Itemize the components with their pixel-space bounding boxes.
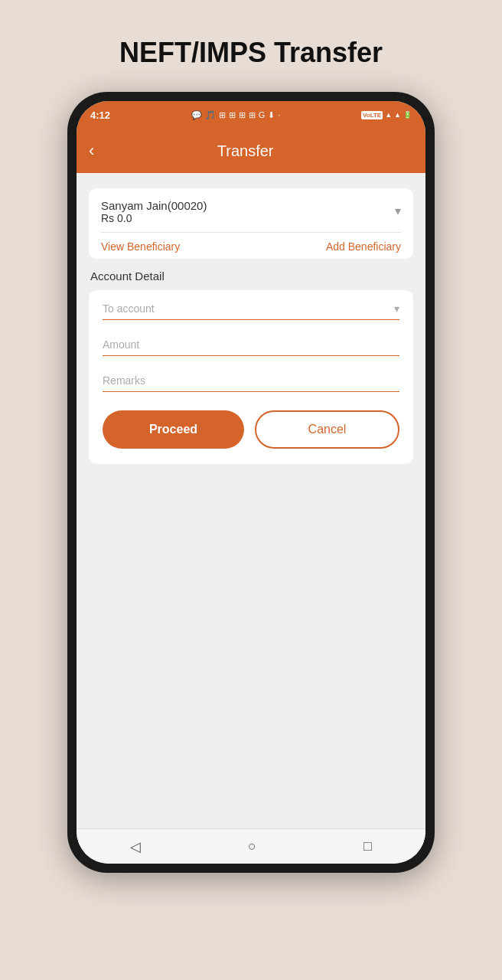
to-account-dropdown-arrow: ▾ — [394, 302, 399, 315]
status-icons: VoLTE ▲ ▲ 🔋 — [361, 111, 412, 119]
nav-recent-icon[interactable]: □ — [363, 838, 372, 854]
remarks-group — [103, 368, 399, 392]
app-bar-title: Transfer — [103, 142, 387, 160]
nav-bar: ◁ ○ □ — [77, 828, 425, 864]
nav-back-icon[interactable]: ◁ — [130, 838, 141, 855]
account-card: Sanyam Jain(00020) Rs 0.0 ▾ View Benefic… — [89, 188, 413, 259]
to-account-row: ▾ — [103, 302, 399, 320]
content-area: Sanyam Jain(00020) Rs 0.0 ▾ View Benefic… — [77, 173, 425, 828]
to-account-input[interactable] — [103, 302, 394, 315]
account-balance: Rs 0.0 — [101, 212, 207, 224]
cancel-button[interactable]: Cancel — [255, 410, 399, 449]
view-beneficiary-link[interactable]: View Beneficiary — [101, 240, 180, 253]
notification-icon-4: ⊞ — [249, 110, 256, 120]
notification-icons: 💬 🎵 ⊞ ⊞ ⊞ ⊞ G ⬇ · — [191, 110, 281, 120]
signal-icon: ▲ — [394, 111, 401, 119]
dot-icon: · — [278, 110, 280, 119]
notification-icon-1: ⊞ — [219, 110, 226, 120]
account-dropdown-arrow: ▾ — [395, 204, 401, 218]
phone-screen: 4:12 💬 🎵 ⊞ ⊞ ⊞ ⊞ G ⬇ · VoLTE ▲ ▲ 🔋 ‹ — [77, 101, 425, 864]
whatsapp-icon: 💬 — [191, 110, 202, 120]
button-row: Proceed Cancel — [103, 410, 399, 449]
phone-frame: 4:12 💬 🎵 ⊞ ⊞ ⊞ ⊞ G ⬇ · VoLTE ▲ ▲ 🔋 ‹ — [67, 92, 435, 873]
amount-input[interactable] — [103, 332, 399, 356]
notification-icon-3: ⊞ — [239, 110, 246, 120]
battery-icon: 🔋 — [403, 111, 412, 119]
app-bar: ‹ Transfer — [77, 129, 425, 173]
account-selector[interactable]: Sanyam Jain(00020) Rs 0.0 ▾ — [101, 199, 401, 233]
account-detail-label: Account Detail — [89, 270, 413, 283]
gpay-icon: G — [259, 110, 266, 119]
remarks-input[interactable] — [103, 368, 399, 392]
volte-icon: VoLTE — [361, 111, 383, 119]
download-icon: ⬇ — [268, 110, 275, 120]
account-name: Sanyam Jain(00020) — [101, 199, 207, 212]
music-icon: 🎵 — [205, 110, 216, 120]
back-button[interactable]: ‹ — [89, 141, 94, 161]
wifi-icon: ▲ — [385, 111, 392, 119]
page-title: NEFT/IMPS Transfer — [119, 37, 383, 69]
status-bar: 4:12 💬 🎵 ⊞ ⊞ ⊞ ⊞ G ⬇ · VoLTE ▲ ▲ 🔋 — [77, 101, 425, 129]
account-info: Sanyam Jain(00020) Rs 0.0 — [101, 199, 207, 224]
to-account-group: ▾ — [103, 302, 399, 320]
nav-home-icon[interactable]: ○ — [248, 838, 256, 854]
proceed-button[interactable]: Proceed — [103, 410, 244, 449]
transfer-card: ▾ Proceed Cancel — [89, 290, 413, 464]
notification-icon-2: ⊞ — [229, 110, 236, 120]
beneficiary-actions: View Beneficiary Add Beneficiary — [101, 233, 401, 259]
add-beneficiary-link[interactable]: Add Beneficiary — [326, 240, 401, 253]
status-time: 4:12 — [90, 109, 110, 121]
amount-group — [103, 332, 399, 356]
